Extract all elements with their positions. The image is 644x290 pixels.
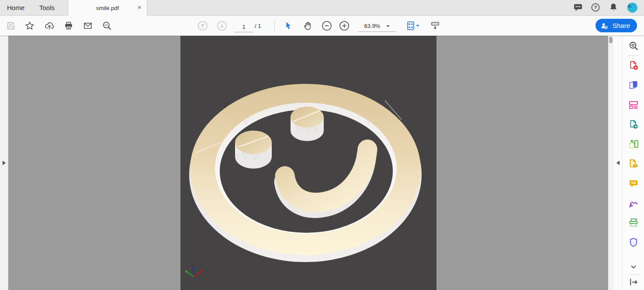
- protect-icon: [628, 237, 639, 248]
- account-button[interactable]: [627, 2, 638, 13]
- toolbar-divider: [274, 20, 275, 32]
- pdf-page[interactable]: [180, 36, 436, 290]
- search-icon: [628, 41, 639, 51]
- more-tools-button[interactable]: [628, 262, 639, 272]
- create-pdf-icon: [628, 60, 639, 71]
- avatar: [627, 2, 638, 13]
- share-person-icon: [600, 21, 609, 31]
- crop-resize-button[interactable]: [628, 139, 639, 149]
- save-icon: [6, 21, 16, 31]
- document-canvas[interactable]: [8, 36, 608, 290]
- open-tools-panel-button[interactable]: [628, 277, 639, 287]
- right-panel-strip[interactable]: [613, 36, 622, 290]
- marquee-zoom-button[interactable]: [102, 21, 112, 31]
- collapse-toolbar-button[interactable]: [430, 21, 440, 31]
- next-page-button[interactable]: [217, 21, 227, 31]
- scan-ocr-icon: [628, 218, 639, 228]
- rail-divider: [628, 55, 639, 56]
- share-label: Share: [613, 22, 630, 29]
- select-tool-icon: [283, 21, 294, 31]
- search-button[interactable]: [628, 41, 639, 51]
- document-tab-title: smile.pdf: [96, 5, 119, 11]
- smiley-3d-render: [180, 36, 436, 290]
- export-pdf-icon: [628, 80, 639, 90]
- hand-tool-button[interactable]: [302, 21, 313, 31]
- svg-text:?: ?: [594, 5, 597, 10]
- collapse-toolbar-icon: [430, 21, 440, 31]
- hand-tool-icon: [302, 21, 313, 31]
- close-tab-button[interactable]: ×: [136, 4, 143, 11]
- page-count-label: / 1: [255, 16, 261, 36]
- tools-rail: [622, 36, 644, 290]
- workspace: [0, 36, 644, 290]
- next-page-icon: [217, 21, 227, 31]
- star-icon: [24, 21, 35, 31]
- send-for-comments-button[interactable]: [628, 159, 639, 169]
- collapse-right-panel-arrow-icon[interactable]: [616, 161, 620, 165]
- edit-pdf-icon: [628, 100, 639, 110]
- notifications-icon: [608, 2, 619, 13]
- convert-pdf-button[interactable]: [628, 119, 639, 130]
- send-for-comments-icon: [628, 159, 639, 169]
- fit-page-icon: [405, 21, 416, 31]
- fill-and-sign-icon: [628, 198, 639, 208]
- expand-left-panel-arrow-icon[interactable]: [3, 161, 6, 165]
- export-pdf-button[interactable]: [628, 80, 639, 90]
- document-tab[interactable]: smile.pdf ×: [68, 0, 147, 16]
- comment-button[interactable]: [628, 178, 639, 189]
- chevron-down-icon: [386, 25, 390, 27]
- zoom-level-value: 63.9%: [364, 23, 381, 29]
- email-icon: [83, 21, 93, 31]
- fit-page-button[interactable]: [405, 21, 416, 31]
- print-icon: [63, 21, 74, 31]
- previous-page-icon: [197, 21, 208, 31]
- save-button[interactable]: [6, 21, 16, 31]
- zoom-in-icon: [339, 21, 350, 31]
- feedback-button[interactable]: [572, 2, 584, 13]
- edit-pdf-button[interactable]: [628, 100, 639, 110]
- upload-to-cloud-button[interactable]: [44, 21, 55, 31]
- crop-resize-icon: [628, 139, 639, 149]
- favorites-button[interactable]: [24, 21, 35, 31]
- print-button[interactable]: [63, 21, 74, 31]
- convert-pdf-icon: [628, 119, 639, 130]
- zoom-out-button[interactable]: [322, 21, 332, 31]
- protect-button[interactable]: [628, 237, 639, 248]
- feedback-icon: [573, 2, 583, 13]
- main-toolbar: / 1 63.9%: [0, 16, 644, 36]
- chevron-down-icon: [628, 262, 639, 272]
- select-tool-button[interactable]: [283, 21, 294, 31]
- cloud-upload-icon: [44, 21, 55, 31]
- create-pdf-button[interactable]: [628, 60, 639, 71]
- share-button[interactable]: Share: [596, 19, 637, 32]
- zoom-level-select[interactable]: 63.9%: [358, 21, 396, 32]
- notifications-button[interactable]: [608, 2, 619, 13]
- tab-tools[interactable]: Tools: [39, 0, 55, 15]
- help-icon: ?: [590, 2, 601, 13]
- left-panel-strip[interactable]: [0, 36, 8, 290]
- vertical-scrollbar[interactable]: [608, 36, 613, 290]
- marquee-zoom-icon: [102, 21, 112, 31]
- previous-page-button[interactable]: [197, 21, 208, 31]
- fill-and-sign-button[interactable]: [628, 198, 639, 208]
- email-button[interactable]: [83, 21, 93, 31]
- scrollbar-thumb[interactable]: [609, 37, 613, 43]
- tab-home[interactable]: Home: [7, 0, 24, 15]
- zoom-in-button[interactable]: [339, 21, 350, 31]
- tab-bar: Home Tools smile.pdf × ?: [0, 0, 644, 16]
- scan-ocr-button[interactable]: [628, 218, 639, 228]
- zoom-out-icon: [322, 21, 332, 31]
- help-button[interactable]: ?: [590, 2, 601, 13]
- comment-icon: [628, 178, 639, 189]
- page-number-input[interactable]: [234, 21, 253, 32]
- fit-page-chevron-icon[interactable]: [416, 25, 419, 27]
- rail-divider: [628, 274, 639, 275]
- acrobat-window: Home Tools smile.pdf × ?: [0, 0, 644, 290]
- open-panel-icon: [628, 277, 639, 287]
